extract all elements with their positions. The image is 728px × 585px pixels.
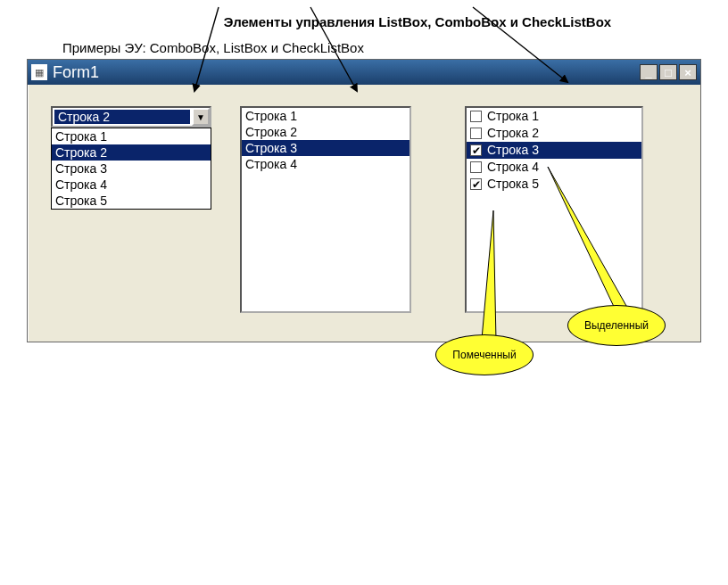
checkbox-icon[interactable]: [470, 161, 482, 173]
checked-listbox[interactable]: Строка 1Строка 2✔Строка 3Строка 4✔Строка…: [465, 106, 643, 313]
checklist-item-label: Строка 5: [487, 176, 539, 193]
listbox-item[interactable]: Строка 3: [242, 140, 410, 156]
checkbox-icon[interactable]: ✔: [470, 144, 482, 156]
examples-line: Примеры ЭУ: ComboBox, ListBox и CheckLis…: [0, 37, 728, 59]
window-titlebar: ▦ Form1 _ □ ×: [28, 60, 700, 85]
window-title: Form1: [53, 63, 640, 82]
listbox-item[interactable]: Строка 1: [242, 108, 410, 124]
combobox-selected: Строка 2: [54, 110, 190, 124]
maximize-button[interactable]: □: [659, 64, 677, 80]
listbox[interactable]: Строка 1Строка 2Строка 3Строка 4: [240, 106, 411, 313]
form-window: ▦ Form1 _ □ × Строка 2 ▼ Строка 1Строка …: [27, 59, 701, 342]
app-icon: ▦: [31, 64, 47, 80]
close-button[interactable]: ×: [679, 64, 697, 80]
combobox-dropdown[interactable]: Строка 1Строка 2Строка 3Строка 4Строка 5: [51, 128, 211, 210]
combobox-option[interactable]: Строка 2: [52, 144, 211, 161]
checklist-item-label: Строка 1: [487, 108, 539, 125]
checklist-item-label: Строка 2: [487, 125, 539, 142]
callout-marked: Помеченный: [435, 334, 534, 375]
combobox-option[interactable]: Строка 1: [52, 128, 211, 144]
combobox-option[interactable]: Строка 3: [52, 161, 211, 177]
checklist-item[interactable]: Строка 2: [467, 125, 641, 142]
listbox-item[interactable]: Строка 4: [242, 156, 410, 172]
combobox-option[interactable]: Строка 5: [52, 193, 211, 209]
checklist-item-label: Строка 3: [487, 142, 539, 159]
checkbox-icon[interactable]: [470, 111, 482, 122]
checkbox-icon[interactable]: ✔: [470, 178, 482, 190]
combobox-option[interactable]: Строка 4: [52, 177, 211, 193]
dropdown-arrow-icon[interactable]: ▼: [192, 108, 210, 126]
checkbox-icon[interactable]: [470, 128, 482, 139]
checklist-item[interactable]: ✔Строка 5: [467, 176, 641, 193]
minimize-button[interactable]: _: [640, 64, 658, 80]
checklist-item[interactable]: Строка 4: [467, 159, 641, 176]
combobox[interactable]: Строка 2 ▼ Строка 1Строка 2Строка 3Строк…: [51, 106, 211, 210]
page-heading: Элементы управления ListBox, ComboBox и …: [0, 0, 728, 37]
checklist-item[interactable]: ✔Строка 3: [467, 142, 641, 159]
checklist-item[interactable]: Строка 1: [467, 108, 641, 125]
checklist-item-label: Строка 4: [487, 159, 539, 176]
figure-caption: рис.9: [0, 342, 728, 585]
callout-selected: Выделенный: [567, 305, 666, 346]
listbox-item[interactable]: Строка 2: [242, 124, 410, 140]
